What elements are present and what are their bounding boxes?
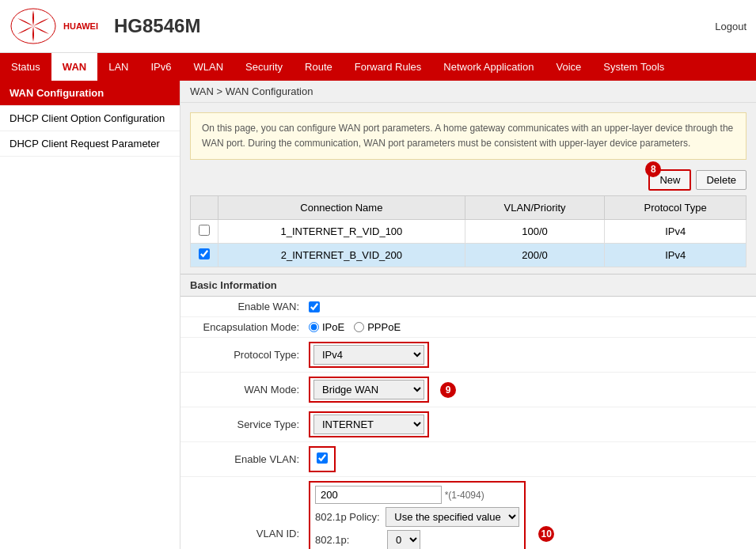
nav-voice[interactable]: Voice <box>545 53 592 81</box>
ipoe-radio-label[interactable]: IPoE <box>309 321 344 333</box>
nav-security[interactable]: Security <box>234 53 294 81</box>
protocol-type-value: IPv4 <box>309 342 747 368</box>
dot1p-label: 802.1p: <box>315 534 349 546</box>
enable-wan-label: Enable WAN: <box>190 301 309 312</box>
service-type-dropdown-wrapper: INTERNET <box>309 411 429 437</box>
huawei-logo <box>9 6 57 46</box>
col-protocol-type: Protocol Type <box>605 196 747 220</box>
protocol-type-row: Protocol Type: IPv4 <box>180 338 756 373</box>
wan-mode-label: WAN Mode: <box>190 384 309 396</box>
service-type-label: Service Type: <box>190 418 309 430</box>
wan-mode-row: WAN Mode: Bridge WAN Route WAN 9 <box>180 373 756 407</box>
policy-802-label: 802.1p Policy: <box>315 511 380 523</box>
nav-forward-rules[interactable]: Forward Rules <box>344 53 433 81</box>
nav-wan[interactable]: WAN <box>51 53 97 81</box>
row1-protocol: IPv4 <box>605 220 747 244</box>
pppoe-radio[interactable] <box>354 322 364 332</box>
badge-10: 10 <box>538 526 554 542</box>
new-btn-wrapper: 8 New <box>648 169 691 191</box>
nav-ipv6[interactable]: IPv6 <box>140 53 183 81</box>
enable-wan-checkbox[interactable] <box>309 301 320 312</box>
protocol-type-dropdown-wrapper: IPv4 <box>309 342 429 368</box>
table-row[interactable]: 1_INTERNET_R_VID_100 100/0 IPv4 <box>191 220 747 244</box>
row1-checkbox[interactable] <box>199 225 210 236</box>
delete-button[interactable]: Delete <box>696 170 747 190</box>
toolbar: 8 New Delete <box>190 169 747 191</box>
row2-vlan: 200/0 <box>465 244 605 267</box>
service-type-row: Service Type: INTERNET <box>180 407 756 442</box>
nav-status[interactable]: Status <box>0 53 51 81</box>
nav-lan[interactable]: LAN <box>97 53 139 81</box>
basic-info-title: Basic Information <box>180 274 756 297</box>
sidebar: WAN Configuration DHCP Client Option Con… <box>0 81 180 549</box>
row2-connection-name[interactable]: 2_INTERNET_B_VID_200 <box>218 244 465 267</box>
main-nav: Status WAN LAN IPv6 WLAN Security Route … <box>0 53 756 81</box>
row2-protocol: IPv4 <box>605 244 747 267</box>
dot1p-row: 802.1p: 0 1 2 3 4 5 6 7 <box>315 530 519 549</box>
vlan-section <box>309 446 336 472</box>
enable-vlan-label: Enable VLAN: <box>190 453 309 465</box>
ipoe-radio[interactable] <box>309 322 319 332</box>
encap-mode-row: Encapsulation Mode: IPoE PPPoE <box>180 317 756 338</box>
header: HUAWEI HG8546M Logout <box>0 0 756 53</box>
wan-table: Connection Name VLAN/Priority Protocol T… <box>190 195 747 267</box>
logout-button[interactable]: Logout <box>715 21 747 32</box>
row1-checkbox-cell[interactable] <box>191 220 218 244</box>
encap-mode-value: IPoE PPPoE <box>309 321 747 333</box>
badge-9: 9 <box>440 382 456 398</box>
table-row[interactable]: 2_INTERNET_B_VID_200 200/0 IPv4 <box>191 244 747 267</box>
enable-wan-row: Enable WAN: <box>180 297 756 317</box>
pppoe-radio-label[interactable]: PPPoE <box>354 321 401 333</box>
wan-mode-value: Bridge WAN Route WAN 9 <box>309 377 747 403</box>
vlan-id-row: VLAN ID: *(1-4094) 802.1p Policy: Use th… <box>180 477 756 549</box>
protocol-type-label: Protocol Type: <box>190 349 309 361</box>
enable-vlan-row: Enable VLAN: <box>180 442 756 477</box>
col-connection-name: Connection Name <box>218 196 465 220</box>
info-box: On this page, you can configure WAN port… <box>190 112 747 160</box>
breadcrumb: WAN > WAN Configuration <box>180 81 756 103</box>
logo-area: HUAWEI <box>9 6 98 46</box>
vlan-id-label: VLAN ID: <box>190 528 309 540</box>
ipoe-label: IPoE <box>322 321 344 333</box>
sidebar-item-dhcp-option[interactable]: DHCP Client Option Configuration <box>0 106 180 131</box>
row1-vlan: 100/0 <box>465 220 605 244</box>
col-checkbox <box>191 196 218 220</box>
service-type-select[interactable]: INTERNET <box>313 415 424 434</box>
nav-system-tools[interactable]: System Tools <box>592 53 675 81</box>
vlan-id-input[interactable] <box>315 486 442 504</box>
nav-route[interactable]: Route <box>294 53 344 81</box>
table-header-row: Connection Name VLAN/Priority Protocol T… <box>191 196 747 220</box>
enable-wan-value <box>309 301 747 312</box>
wan-mode-dropdown-wrapper: Bridge WAN Route WAN <box>309 377 429 403</box>
basic-info-form: Enable WAN: Encapsulation Mode: IPoE PPP… <box>180 297 756 549</box>
service-type-value: INTERNET <box>309 411 747 437</box>
col-vlan-priority: VLAN/Priority <box>465 196 605 220</box>
vlan-id-hint: *(1-4094) <box>445 490 484 501</box>
policy-row: 802.1p Policy: Use the specified value C… <box>315 507 519 527</box>
model-title: HG8546M <box>114 15 200 37</box>
protocol-type-select[interactable]: IPv4 <box>313 345 424 365</box>
nav-network-application[interactable]: Network Application <box>432 53 545 81</box>
row1-connection-name[interactable]: 1_INTERNET_R_VID_100 <box>218 220 465 244</box>
nav-wlan[interactable]: WLAN <box>183 53 235 81</box>
enable-vlan-checkbox[interactable] <box>317 452 328 464</box>
policy-802-select[interactable]: Use the specified value Copy from inner … <box>386 507 519 527</box>
vlan-id-value: *(1-4094) 802.1p Policy: Use the specifi… <box>309 481 747 549</box>
table-area: 8 New Delete Connection Name VLAN/Priori… <box>190 169 747 267</box>
dot1p-select[interactable]: 0 1 2 3 4 5 6 7 <box>387 530 420 549</box>
row2-checkbox-cell[interactable] <box>191 244 218 267</box>
logout-area[interactable]: Logout <box>715 21 747 32</box>
wan-mode-select[interactable]: Bridge WAN Route WAN <box>313 380 424 399</box>
pppoe-label: PPPoE <box>367 321 401 333</box>
sidebar-item-dhcp-request[interactable]: DHCP Client Request Parameter <box>0 131 180 157</box>
page-layout: WAN Configuration DHCP Client Option Con… <box>0 81 756 549</box>
sidebar-item-wan-config[interactable]: WAN Configuration <box>0 81 180 106</box>
main-content: WAN > WAN Configuration On this page, yo… <box>180 81 756 549</box>
encap-mode-label: Encapsulation Mode: <box>190 321 309 333</box>
row2-checkbox[interactable] <box>199 248 210 259</box>
brand-name: HUAWEI <box>63 21 98 31</box>
vlan-id-section: *(1-4094) 802.1p Policy: Use the specifi… <box>309 481 526 549</box>
enable-vlan-value <box>309 446 747 472</box>
